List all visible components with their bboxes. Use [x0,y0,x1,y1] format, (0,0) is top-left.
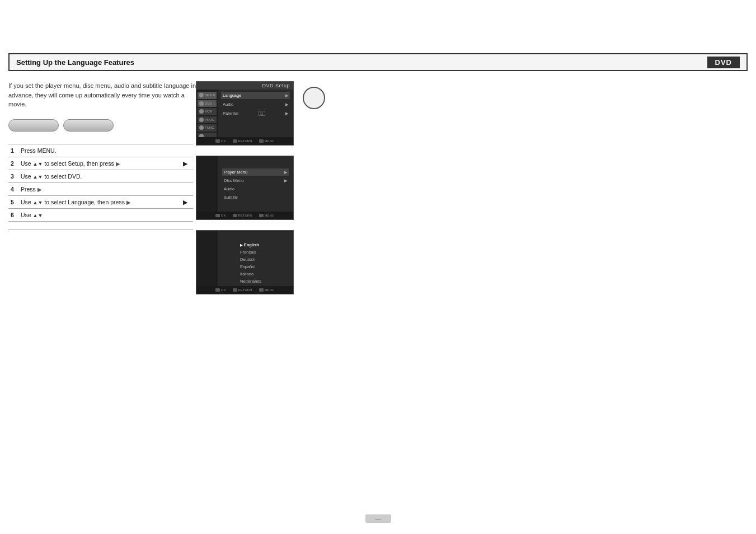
lang-nederlands: Nederlands [240,278,261,284]
screen2-menu: Player Menu ▶ Disc Menu ▶ Audio Subtitle [218,156,293,212]
step-desc-5: Use ▲▼ to select Language, then press ▶ [18,195,181,208]
step-num-2: 2 [8,157,18,170]
screen-mockup-2: Player Menu ▶ Disc Menu ▶ Audio Subtitle [196,156,294,220]
lang-deutsch: Deutsch [240,256,261,263]
step-row-6: 6 Use ▲▼ [8,208,193,221]
remote-btn-2 [63,119,114,132]
footer-return-3: RETURN [233,288,252,292]
step-desc-3: Use ▲▼ to select DVD. [18,170,181,182]
footer-ok-1: OK [215,139,226,143]
screen1-content: SETUP DVD VCR PROG [196,90,293,142]
menu-icon-2 [259,214,264,217]
return-icon-3 [233,288,237,292]
screen1-main: Language ▶ Audio ▶ Parental □ ▶ [218,90,293,142]
step-num-1: 1 [8,144,18,157]
lang-english: English [240,242,261,248]
menu-icon-3 [259,288,264,292]
return-icon-2 [233,214,237,217]
footer-ok-3: OK [215,288,226,292]
step-row-5: 5 Use ▲▼ to select Language, then press … [8,195,193,208]
step-num-5: 5 [8,195,18,208]
footer-return-1: RETURN [233,139,252,143]
remote-buttons [8,119,199,132]
step-row-1: 1 Press MENU. [8,144,193,157]
vcr-icon [199,109,204,114]
func-icon [199,125,204,130]
step-desc-1: Press MENU. [18,144,181,157]
menu2-subtitle: Subtitle [222,194,289,201]
intro-text: If you set the player menu, disc menu, a… [8,81,199,109]
dvd-icon [199,101,204,106]
page-number: — [365,514,391,523]
screen-row-2: Player Menu ▶ Disc Menu ▶ Audio Subtitle [196,156,325,220]
screen-row-1: DVD Setup SETUP DVD VCR [196,81,325,146]
footer-return-2: RETURN [233,214,252,217]
screen-mockup-3: English Français Deutsch Español Italian… [196,230,294,294]
footer-ok-2: OK [215,214,226,217]
sidebar-setup: SETUP [198,92,217,99]
setup-icon [199,93,204,97]
menu-parental: Parental □ ▶ [221,110,290,117]
screen1-footer: OK RETURN MENU [196,137,293,145]
sidebar-func: FUNC [198,124,217,132]
page-title: Setting Up the Language Features [16,58,134,67]
step-desc-2: Use ▲▼ to select Setup, then press ▶ [18,157,181,170]
step-arrow-2: ▶ [181,157,193,170]
note-label [8,235,10,241]
ok-icon-2 [215,214,220,217]
step-row-4: 4 Press ▶ [8,182,193,195]
footer-menu-1: MENU [259,139,275,143]
screens-area: DVD Setup SETUP DVD VCR [196,81,325,294]
screen-row-3: English Français Deutsch Español Italian… [196,230,325,294]
footer-menu-3: MENU [259,288,275,292]
note-section [8,229,193,241]
sidebar-vcr: VCR [198,108,217,115]
menu-icon-1 [259,139,264,143]
lang-italiano: Italiano [240,271,261,277]
menu2-player: Player Menu ▶ [222,168,289,176]
step-arrow-4 [181,182,193,195]
screen2-footer: OK RETURN MENU [196,212,293,219]
return-icon-1 [233,139,237,143]
sidebar-dvd: DVD [198,100,217,107]
remote-btn-1 [8,119,59,132]
steps-table: 1 Press MENU. 2 Use ▲▼ to select Setup, … [8,144,193,222]
ok-icon-3 [215,288,220,292]
step-desc-4: Press ▶ [18,182,181,195]
screen1-sidebar: SETUP DVD VCR PROG [196,90,218,142]
lang-list: English Français Deutsch Español Italian… [218,231,266,286]
step-num-4: 4 [8,182,18,195]
menu2-disc: Disc Menu ▶ [222,177,289,184]
lang-espanol: Español [240,264,261,270]
screen1-title: DVD Setup [196,82,293,90]
menu-language: Language ▶ [221,92,290,99]
step-row-3: 3 Use ▲▼ to select DVD. [8,170,193,182]
screen-mockup-1: DVD Setup SETUP DVD VCR [196,81,294,146]
step-num-3: 3 [8,170,18,182]
lang-francais: Français [240,249,261,255]
dvd-badge: DVD [707,57,740,68]
step-desc-6: Use ▲▼ [18,208,181,221]
sidebar-prog: PROG [198,116,217,124]
content-area: If you set the player menu, disc menu, a… [8,81,199,241]
step-arrow-3 [181,170,193,182]
menu-audio: Audio ▶ [221,101,290,108]
circle-icon [303,87,325,109]
screen3-footer: OK RETURN MENU [196,286,293,294]
prog-icon [199,118,204,122]
ok-icon-1 [215,139,220,143]
step-num-6: 6 [8,208,18,221]
step-arrow-5: ▶ [181,195,193,208]
menu2-audio: Audio [222,185,289,193]
header-bar: Setting Up the Language Features DVD [8,53,748,71]
step-arrow-6 [181,208,193,221]
step-arrow-1 [181,144,193,157]
footer-menu-2: MENU [259,214,275,217]
step-row-2: 2 Use ▲▼ to select Setup, then press ▶ ▶ [8,157,193,170]
